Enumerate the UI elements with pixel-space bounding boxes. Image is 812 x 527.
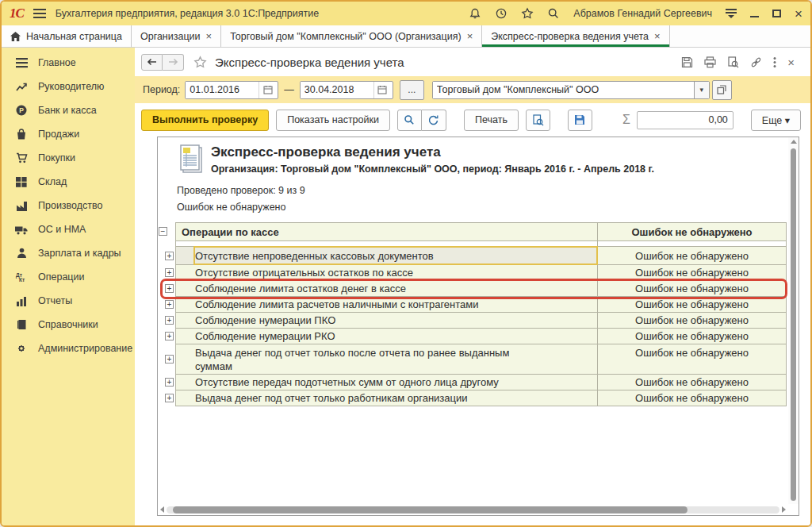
- expand-row-icon[interactable]: +: [165, 332, 174, 340]
- check-status-cell[interactable]: Ошибок не обнаружено: [598, 281, 787, 297]
- tab-express-check[interactable]: Экспресс-проверка ведения учета ×: [482, 25, 669, 47]
- sidebar-item-production[interactable]: Производство: [2, 194, 135, 217]
- sidebar-item-reports[interactable]: Отчеты: [2, 289, 135, 313]
- sidebar-item-sales[interactable]: Продажи: [2, 122, 135, 146]
- favorites-star-icon[interactable]: [521, 7, 534, 20]
- table-row[interactable]: + Отсутствие отрицательных остатков по к…: [158, 265, 787, 281]
- tab-close-icon[interactable]: ×: [654, 30, 661, 42]
- expand-row-icon[interactable]: +: [165, 378, 174, 387]
- table-row[interactable]: + Соблюдение нумерации РКО Ошибок не обн…: [158, 329, 787, 344]
- group-header-cell[interactable]: Операции по кассе: [175, 222, 598, 241]
- vertical-scrollbar[interactable]: [788, 137, 799, 504]
- expand-row-icon[interactable]: +: [165, 300, 174, 309]
- tab-close-icon[interactable]: ×: [206, 30, 213, 42]
- expand-row-icon[interactable]: +: [165, 268, 174, 277]
- group-status-cell[interactable]: Ошибок не обнаружено: [598, 222, 787, 241]
- sidebar-item-directories[interactable]: Справочники: [2, 313, 135, 337]
- check-name-cell[interactable]: Выдача денег под отчет только после отче…: [175, 344, 598, 375]
- save-file-icon[interactable]: [568, 110, 592, 131]
- sidebar-item-administration[interactable]: Администрирование: [2, 337, 135, 360]
- run-check-button[interactable]: Выполнить проверку: [141, 110, 269, 131]
- find-repeat-icon[interactable]: [422, 110, 446, 131]
- print-preview-icon[interactable]: [526, 110, 550, 131]
- expand-row-icon[interactable]: +: [165, 284, 174, 293]
- period-to-input[interactable]: [301, 82, 373, 98]
- organization-input[interactable]: [433, 82, 694, 98]
- tab-organizations[interactable]: Организации ×: [132, 25, 221, 47]
- table-row[interactable]: + Отсутствие непроведенных кассовых доку…: [158, 247, 787, 265]
- close-form-icon[interactable]: ×: [787, 56, 795, 68]
- period-from-input[interactable]: [186, 82, 259, 98]
- collapse-group-icon[interactable]: −: [159, 227, 167, 236]
- find-icon[interactable]: [397, 110, 422, 131]
- table-row[interactable]: + Соблюдение нумерации ПКО Ошибок не обн…: [158, 313, 787, 329]
- notifications-bell-icon[interactable]: [469, 7, 481, 20]
- sidebar-item-fixed-assets[interactable]: ОС и НМА: [2, 217, 135, 241]
- check-status-cell[interactable]: Ошибок не обнаружено: [598, 329, 787, 344]
- service-menu-icon[interactable]: [726, 9, 737, 18]
- check-name-cell[interactable]: Соблюдение лимита остатков денег в кассе: [175, 281, 598, 297]
- print-icon[interactable]: [704, 56, 716, 68]
- calendar-icon[interactable]: [373, 82, 391, 98]
- expand-row-icon[interactable]: +: [165, 394, 174, 402]
- print-button[interactable]: Печать: [464, 110, 519, 131]
- back-button[interactable]: [141, 54, 163, 71]
- sidebar-item-bank-cash[interactable]: Р Банк и касса: [2, 98, 135, 122]
- more-button[interactable]: Еще ▾: [751, 110, 801, 131]
- check-status-cell[interactable]: Ошибок не обнаружено: [598, 375, 787, 390]
- forward-button[interactable]: [163, 54, 184, 71]
- sidebar-item-operations[interactable]: ДтКт Операции: [2, 265, 135, 289]
- organization-dropdown-icon[interactable]: ▾: [694, 82, 709, 98]
- expand-row-icon[interactable]: +: [165, 316, 174, 325]
- maximize-button[interactable]: [772, 10, 781, 17]
- favorite-star-icon[interactable]: [193, 56, 207, 69]
- preview-icon[interactable]: [727, 56, 739, 68]
- check-status-cell[interactable]: Ошибок не обнаружено: [598, 344, 787, 375]
- check-name-cell[interactable]: Выдача денег под отчет только работникам…: [175, 390, 598, 406]
- main-menu-icon[interactable]: [33, 9, 46, 18]
- scroll-left-icon[interactable]: [160, 506, 164, 513]
- sidebar-item-salary-hr[interactable]: Зарплата и кадры: [2, 241, 135, 265]
- check-name-cell[interactable]: Соблюдение лимита расчетов наличными с к…: [175, 297, 598, 313]
- expand-row-icon[interactable]: +: [165, 355, 174, 364]
- sidebar-item-main[interactable]: Главное: [2, 51, 135, 75]
- check-name-cell[interactable]: Отсутствие отрицательных остатков по кас…: [175, 265, 598, 281]
- table-row[interactable]: + Соблюдение лимита остатков денег в кас…: [158, 281, 787, 297]
- close-window-button[interactable]: ×: [795, 7, 802, 21]
- tab-organization-card[interactable]: Торговый дом "Комплексный" ООО (Организа…: [221, 25, 482, 47]
- table-row[interactable]: + Выдача денег под отчет только работник…: [158, 390, 787, 406]
- expand-row-icon[interactable]: +: [165, 252, 174, 260]
- search-icon[interactable]: [547, 7, 560, 20]
- calendar-icon[interactable]: [259, 82, 276, 98]
- vertical-scroll-thumb[interactable]: [791, 148, 796, 501]
- history-icon[interactable]: [495, 7, 508, 20]
- check-name-cell[interactable]: Соблюдение нумерации РКО: [175, 329, 598, 344]
- check-status-cell[interactable]: Ошибок не обнаружено: [598, 313, 787, 329]
- table-row[interactable]: + Отсутствие передач подотчетных сумм от…: [158, 375, 787, 390]
- horizontal-scrollbar[interactable]: [158, 504, 788, 515]
- show-settings-button[interactable]: Показать настройки: [276, 110, 390, 131]
- open-organization-icon[interactable]: [712, 80, 732, 100]
- check-name-cell[interactable]: Отсутствие непроведенных кассовых докуме…: [175, 247, 598, 265]
- period-options-button[interactable]: ...: [400, 80, 424, 100]
- sidebar-item-manager[interactable]: Руководителю: [2, 75, 135, 98]
- save-icon[interactable]: [681, 56, 693, 68]
- check-name-cell[interactable]: Отсутствие передач подотчетных сумм от о…: [175, 375, 598, 390]
- check-status-cell[interactable]: Ошибок не обнаружено: [598, 297, 787, 313]
- sum-input[interactable]: [637, 111, 733, 129]
- tab-close-icon[interactable]: ×: [467, 30, 473, 42]
- more-actions-icon[interactable]: [773, 56, 776, 68]
- check-name-cell[interactable]: Соблюдение нумерации ПКО: [175, 313, 598, 329]
- scroll-right-icon[interactable]: [782, 506, 786, 513]
- check-status-cell[interactable]: Ошибок не обнаружено: [598, 390, 787, 406]
- check-status-cell[interactable]: Ошибок не обнаружено: [598, 265, 787, 281]
- sidebar-item-warehouse[interactable]: Склад: [2, 170, 135, 194]
- tab-home[interactable]: Начальная страница: [2, 25, 132, 47]
- table-row[interactable]: + Соблюдение лимита расчетов наличными с…: [158, 297, 787, 313]
- sidebar-item-purchases[interactable]: Покупки: [2, 146, 135, 170]
- scroll-up-icon[interactable]: [791, 140, 797, 144]
- minimize-button[interactable]: [750, 16, 759, 17]
- check-status-cell[interactable]: Ошибок не обнаружено: [598, 247, 787, 265]
- link-icon[interactable]: [750, 56, 762, 68]
- horizontal-scroll-thumb[interactable]: [173, 506, 688, 514]
